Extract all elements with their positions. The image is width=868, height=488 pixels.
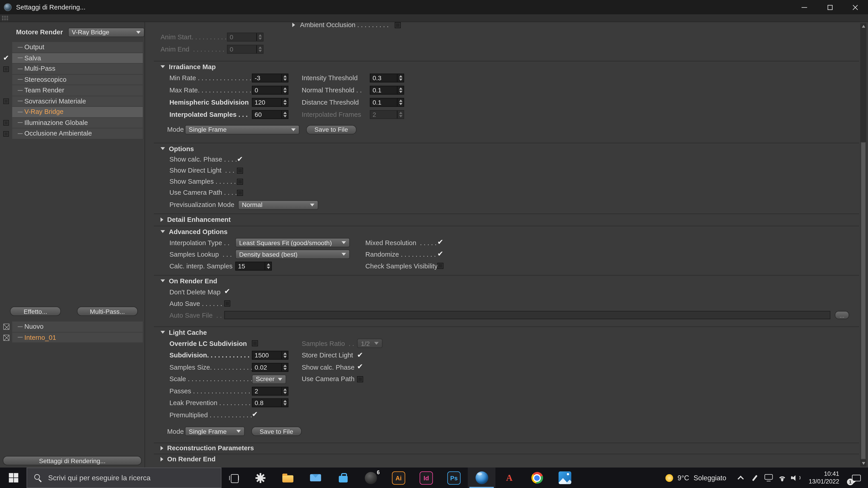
close-button[interactable] (842, 0, 868, 14)
tray-expand-button[interactable] (734, 467, 748, 488)
browse-button[interactable]: ... (835, 311, 849, 319)
spinner-arrows-icon[interactable] (397, 74, 403, 82)
weather-widget[interactable]: 9°C Soleggiato (657, 467, 734, 488)
section-light-cache[interactable]: Light Cache (154, 326, 859, 337)
spinner-arrows-icon[interactable] (281, 363, 288, 371)
photos-app-button[interactable] (551, 467, 579, 488)
spinner-arrows-icon[interactable] (397, 111, 403, 119)
randomize-checkbox[interactable] (437, 251, 443, 257)
spinner-arrows-icon[interactable] (281, 352, 288, 359)
intensity-threshold-spinner[interactable]: 0.3 (370, 74, 404, 83)
preset-item-nuovo[interactable]: Nuovo (0, 322, 145, 332)
sidebar-item-sovrascrivi-materiale[interactable]: Sovrascrivi Materiale (0, 96, 145, 107)
sovrascrivi-checkbox[interactable] (3, 99, 9, 104)
light-cache-mode-dropdown[interactable]: Single Frame (185, 427, 245, 436)
interpolated-frames-spinner[interactable]: 2 (370, 110, 404, 119)
scroll-down-button[interactable] (860, 460, 866, 466)
spinner-arrows-icon[interactable] (281, 399, 288, 407)
irradiance-mode-dropdown[interactable]: Single Frame (185, 125, 300, 134)
previsualization-mode-dropdown[interactable]: Normal (238, 200, 318, 209)
override-lc-subdivision-checkbox[interactable] (252, 340, 258, 347)
min-rate-spinner[interactable]: -3 (252, 74, 288, 83)
section-detail-enhancement[interactable]: Detail Enhancement (154, 214, 859, 225)
anim-start-spinner[interactable]: 0 (227, 33, 264, 41)
distance-threshold-spinner[interactable]: 0.1 (370, 98, 404, 107)
salva-checkbox[interactable] (3, 55, 9, 61)
pen-tray-button[interactable] (748, 467, 762, 488)
render-settings-menu-button[interactable]: Settaggi di Rendering... (3, 456, 142, 465)
spinner-arrows-icon[interactable] (256, 33, 263, 41)
preset-item-interno-01[interactable]: Interno_01 (0, 332, 145, 343)
interpolated-samples-spinner[interactable]: 60 (252, 110, 288, 119)
mixed-resolution-checkbox[interactable] (437, 239, 443, 246)
auto-save-file-field[interactable] (224, 311, 831, 319)
section-advanced-options[interactable]: Advanced Options (154, 226, 859, 237)
scrollbar-thumb[interactable] (861, 142, 866, 459)
spinner-arrows-icon[interactable] (265, 262, 271, 270)
section-on-render-end[interactable]: On Render End (154, 275, 859, 286)
samples-ratio-dropdown[interactable]: 1/2 (357, 339, 383, 348)
auto-save-checkbox[interactable] (224, 300, 230, 306)
multipass-button[interactable]: Multi-Pass... (77, 306, 138, 316)
spinner-arrows-icon[interactable] (281, 98, 288, 106)
max-rate-spinner[interactable]: 0 (252, 86, 288, 95)
ambient-occlusion-checkbox[interactable] (395, 22, 401, 28)
passes-spinner[interactable]: 2 (252, 387, 288, 395)
taskbar-search[interactable]: Scrivi qui per eseguire la ricerca (27, 467, 221, 488)
sidebar-item-salva[interactable]: Salva (0, 53, 145, 64)
section-irradiance-map[interactable]: Irradiance Map (154, 61, 859, 72)
chrome-app-button[interactable] (523, 467, 551, 488)
multi-pass-checkbox[interactable] (3, 66, 9, 72)
sidebar-item-team-render[interactable]: Team Render (0, 85, 145, 96)
volume-tray-button[interactable] (789, 467, 803, 488)
app-with-badge-button[interactable]: 6 (357, 467, 385, 488)
task-view-button[interactable] (221, 467, 246, 488)
drag-grip-icon[interactable] (2, 15, 9, 21)
render-engine-dropdown[interactable]: V-Ray Bridge (68, 27, 145, 37)
premultiplied-checkbox[interactable] (252, 412, 258, 418)
lc-show-calc-phase-checkbox[interactable] (357, 364, 363, 370)
collapsed-triangle-icon[interactable] (292, 23, 295, 27)
samples-lookup-dropdown[interactable]: Density based (best) (235, 250, 350, 259)
mail-app-button[interactable] (302, 467, 329, 488)
interpolation-type-dropdown[interactable]: Least Squares Fit (good/smooth) (235, 238, 350, 248)
scale-dropdown[interactable]: Screen (252, 375, 286, 384)
sidebar-item-occlusione-ambientale[interactable]: Occlusione Ambientale (0, 128, 145, 139)
hemispheric-subdivision-spinner[interactable]: 120 (252, 98, 288, 107)
subdivision-spinner[interactable]: 1500 (252, 351, 288, 360)
file-explorer-button[interactable] (274, 467, 302, 488)
illuminazione-checkbox[interactable] (3, 120, 9, 126)
normal-threshold-spinner[interactable]: 0.1 (370, 86, 404, 95)
use-camera-path-checkbox[interactable] (237, 190, 243, 196)
maximize-button[interactable] (817, 0, 843, 14)
autocad-app-button[interactable]: A (495, 467, 523, 488)
spinner-arrows-icon[interactable] (281, 387, 288, 395)
light-cache-save-to-file-button[interactable]: Save to File (251, 427, 302, 436)
show-calc-phase-checkbox[interactable] (237, 156, 243, 162)
lc-use-camera-path-checkbox[interactable] (357, 376, 363, 382)
spinner-arrows-icon[interactable] (281, 86, 288, 94)
settings-app-button[interactable] (246, 467, 274, 488)
section-reconstruction-parameters[interactable]: Reconstruction Parameters (154, 442, 859, 453)
sidebar-item-multi-pass[interactable]: Multi-Pass (0, 64, 145, 74)
occlusione-checkbox[interactable] (3, 131, 9, 136)
spinner-arrows-icon[interactable] (281, 111, 288, 119)
samples-size-spinner[interactable]: 0.02 (252, 363, 288, 372)
action-center-button[interactable]: 1 (845, 467, 868, 488)
spinner-arrows-icon[interactable] (397, 86, 403, 94)
effect-button[interactable]: Effetto... (10, 306, 61, 316)
spinner-arrows-icon[interactable] (281, 74, 288, 82)
show-samples-checkbox[interactable] (237, 178, 243, 185)
start-button[interactable] (0, 467, 27, 488)
section-options[interactable]: Options (154, 143, 859, 154)
sidebar-item-vray-bridge[interactable]: V-Ray Bridge (0, 107, 145, 118)
taskbar-clock[interactable]: 10:41 13/01/2022 (803, 470, 845, 485)
store-app-button[interactable] (329, 467, 357, 488)
sidebar-item-output[interactable]: Output (0, 42, 145, 53)
anim-end-spinner[interactable]: 0 (227, 45, 264, 54)
photoshop-app-button[interactable]: Ps (440, 467, 468, 488)
calc-interp-samples-spinner[interactable]: 15 (235, 261, 272, 270)
section-on-render-end-2[interactable]: On Render End (154, 453, 859, 464)
network-tray-button[interactable] (776, 467, 789, 488)
dont-delete-map-checkbox[interactable] (224, 289, 230, 295)
